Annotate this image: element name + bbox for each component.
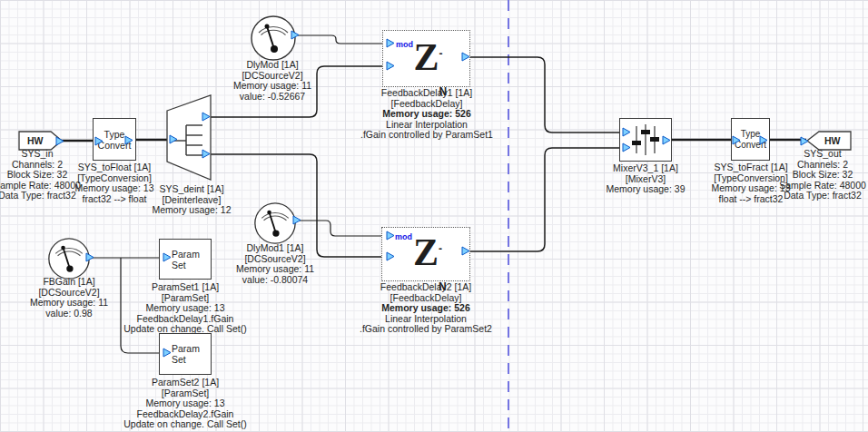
sys-out-hw-label: HW [824,135,841,146]
sys-deint-input-port[interactable] [169,134,178,144]
mixer-input-port-2[interactable] [622,142,631,152]
dlymod-output-port[interactable] [291,30,300,40]
design-canvas[interactable]: HW SYS_inChannels: 2 Block Size: 32Sampl… [0,0,868,432]
delay-z-icon: Z-N [413,38,439,76]
dlymod1-caption: DlyMod1 [1A][DCSourceV2] Memory usage: 1… [189,243,361,285]
dlymod1-output-port[interactable] [292,215,301,225]
fbgain-block[interactable] [47,237,91,280]
delay-z-icon: Z-N [413,233,439,271]
paramset2-caption: ParamSet2 [1A][ParamSet] Memory usage: 1… [99,378,271,430]
dlymod-caption: DlyMod [1A][DCSourceV2] Memory usage: 11… [186,60,359,102]
feedbackdelay2-input-port[interactable] [386,251,395,261]
wire-dlymod-to-feedbackdelay1-mod[interactable] [298,35,385,44]
dlymod1-block[interactable] [253,201,297,245]
sys-tofloat-output-port[interactable] [124,135,133,145]
feedbackdelay1-mod-port[interactable] [386,38,395,48]
sys-deint-output-port-2[interactable] [202,149,211,159]
wire-dlymod1-to-feedbackdelay2-mod[interactable] [299,221,385,236]
fbgain-output-port[interactable] [85,252,94,262]
sys-tofloat-input-port[interactable] [94,136,104,146]
sys-deint-caption: SYS_deint [1A][Deinterleave] Memory usag… [105,184,278,216]
feedbackdelay2-output-port[interactable] [461,246,470,256]
feedbackdelay1-block[interactable]: mod Z-N [382,30,470,87]
paramset1-caption: ParamSet1 [1A][ParamSet] Memory usage: 1… [99,282,271,335]
sys-deint-output-port-1[interactable] [202,112,211,122]
mod-port-label: mod [396,40,413,49]
feedbackdelay1-caption: FeedbackDelay1 [1A][FeedbackDelay] Memor… [340,88,513,141]
feedbackdelay2-caption: FeedbackDelay2 [1A][FeedbackDelay] Memor… [340,282,512,335]
sys-out-caption: SYS_outChannels: 2 Block Size: 32Sample … [736,149,868,201]
sys-tofract-output-port[interactable] [759,135,768,145]
feedbackdelay2-mod-port[interactable] [386,231,395,241]
feedbackdelay1-output-port[interactable] [461,52,470,62]
sys-in-output-port[interactable] [55,136,64,146]
mixer-input-port-1[interactable] [622,127,631,137]
mod-port-label: mod [395,232,412,241]
paramset1-input-port[interactable] [163,252,172,262]
paramset2-input-port[interactable] [163,348,172,358]
sys-tofract-input-port[interactable] [732,135,741,145]
sys-in-hw-label: HW [27,135,44,146]
sys-out-input-port[interactable] [800,136,809,146]
feedbackdelay1-input-port[interactable] [386,61,395,71]
mixer-output-port[interactable] [662,135,671,145]
